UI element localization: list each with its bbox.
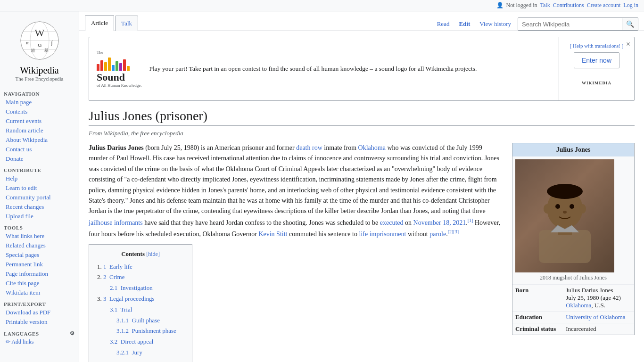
table-row: Born Julius Darius JonesJuly 25, 1980 (a… bbox=[512, 285, 634, 312]
layout: W α Ω ∫ 維 基 Wikipedia The Free Encyclope… bbox=[0, 11, 644, 362]
sidebar-item-learn-to-edit[interactable]: Learn to edit bbox=[0, 183, 79, 193]
sidebar-item-recent-changes[interactable]: Recent changes bbox=[0, 202, 79, 212]
nav-section: Navigation Main page Contents Current ev… bbox=[0, 89, 79, 164]
parole-link[interactable]: parole bbox=[429, 230, 446, 237]
university-link[interactable]: University of Oklahoma bbox=[566, 313, 625, 321]
wikipedia-logo: W α Ω ∫ 維 基 bbox=[19, 20, 60, 61]
toc-sub-legal: 3.1 Trial 3.1.1 Guilt phase 3.1.2 Punish… bbox=[110, 305, 185, 358]
top-bar: 👤 Not logged in Talk Contributions Creat… bbox=[0, 0, 644, 11]
sidebar-item-help[interactable]: Help bbox=[0, 174, 79, 183]
search-input[interactable] bbox=[518, 19, 622, 30]
sidebar-item-add-links[interactable]: ✏ Add links bbox=[0, 337, 79, 346]
contribute-section: Contribute Help Learn to edit Community … bbox=[0, 165, 79, 221]
subject-name-bold: Julius Darius Jones bbox=[89, 144, 144, 151]
languages-gear-icon[interactable]: ⚙ bbox=[70, 330, 75, 337]
toc-link-punishment[interactable]: 3.1.2 Punishment phase bbox=[116, 327, 176, 334]
table-of-contents: Contents [hide] 1 Early life 2 Crime 2.1… bbox=[89, 244, 192, 362]
sidebar-item-donate[interactable]: Donate bbox=[0, 154, 79, 164]
sidebar-item-contents[interactable]: Contents bbox=[0, 107, 79, 116]
executed-link[interactable]: executed bbox=[380, 219, 404, 226]
sidebar-item-main-page[interactable]: Main page bbox=[0, 98, 79, 107]
sidebar-item-what-links-here[interactable]: What links here bbox=[0, 231, 79, 241]
log-in-link[interactable]: Log in bbox=[623, 2, 638, 9]
toc-link-early-life[interactable]: 1 Early life bbox=[103, 263, 132, 270]
ref-1[interactable]: [1] bbox=[468, 218, 473, 223]
infobox-value-criminal-status: Incarcerated bbox=[563, 323, 634, 335]
tab-read[interactable]: Read bbox=[434, 18, 453, 30]
article: Julius Jones (prisoner) From Wikipedia, … bbox=[89, 108, 635, 362]
oklahoma-link-2[interactable]: Oklahoma bbox=[358, 144, 386, 151]
languages-section: Languages ⚙ ✏ Add links bbox=[0, 329, 79, 346]
infobox-value-born: Julius Darius JonesJuly 25, 1980 (age 42… bbox=[563, 285, 634, 312]
search-button[interactable]: 🔍 bbox=[622, 18, 638, 30]
toc-hide-button[interactable]: [hide] bbox=[146, 251, 160, 257]
life-imprisonment-link[interactable]: life imprisonment bbox=[359, 230, 406, 237]
infobox: Julius Jones bbox=[512, 143, 635, 335]
toc-link-guilt[interactable]: 3.1.1 Guilt phase bbox=[116, 317, 160, 324]
main-content: The Sound of Al bbox=[79, 31, 644, 362]
sidebar-item-cite-this-page[interactable]: Cite this page bbox=[0, 279, 79, 288]
sidebar-item-page-information[interactable]: Page information bbox=[0, 269, 79, 279]
toc-link-direct-appeal[interactable]: 3.2 Direct appeal bbox=[110, 338, 153, 345]
table-row: Criminal status Incarcerated bbox=[512, 323, 634, 335]
toc-title: Contents [hide] bbox=[96, 249, 185, 259]
tools-title: Tools bbox=[0, 223, 79, 231]
svg-point-17 bbox=[555, 204, 560, 209]
infobox-label-criminal-status: Criminal status bbox=[512, 323, 563, 335]
toc-link-legal[interactable]: 3 Legal proceedings bbox=[103, 295, 155, 302]
ref-2[interactable]: [2] bbox=[448, 229, 454, 234]
sidebar-item-random-article[interactable]: Random article bbox=[0, 126, 79, 135]
sidebar-item-related-changes[interactable]: Related changes bbox=[0, 241, 79, 250]
contribute-title: Contribute bbox=[0, 165, 79, 174]
sidebar-item-printable-version[interactable]: Printable version bbox=[0, 317, 79, 327]
tab-article[interactable]: Article bbox=[85, 15, 114, 31]
infobox-table: Born Julius Darius JonesJuly 25, 1980 (a… bbox=[512, 284, 634, 335]
sidebar-item-contact-us[interactable]: Contact us bbox=[0, 145, 79, 154]
sidebar-item-upload-file[interactable]: Upload file bbox=[0, 212, 79, 221]
sound-subtext: of All Human Knowledge. bbox=[97, 83, 141, 88]
create-account-link[interactable]: Create account bbox=[587, 2, 621, 9]
oklahoma-link[interactable]: Oklahoma bbox=[566, 302, 591, 309]
sidebar-item-special-pages[interactable]: Special pages bbox=[0, 250, 79, 260]
death-row-link[interactable]: death row bbox=[296, 144, 322, 151]
infobox-image: 2018 mugshot of Julius Jones bbox=[512, 156, 634, 284]
sidebar-item-wikidata-item[interactable]: Wikidata item bbox=[0, 288, 79, 297]
talk-link[interactable]: Talk bbox=[540, 2, 550, 9]
toc-link-crime[interactable]: 2 Crime bbox=[103, 273, 125, 280]
enter-now-button[interactable]: Enter now bbox=[574, 52, 619, 68]
contributions-link[interactable]: Contributions bbox=[553, 2, 584, 9]
toc-link-jury[interactable]: 3.2.1 Jury bbox=[116, 349, 142, 356]
tab-bar: Article Talk Read Edit View history 🔍 bbox=[79, 11, 644, 31]
toc-list: 1 Early life 2 Crime 2.1 Investigation 3… bbox=[103, 262, 185, 358]
toc-item-jury: 3.2.1 Jury bbox=[116, 348, 185, 358]
svg-text:W: W bbox=[34, 27, 44, 39]
nov18-link[interactable]: November 18, 2021 bbox=[413, 219, 466, 226]
sidebar-item-download-pdf[interactable]: Download as PDF bbox=[0, 308, 79, 317]
toc-subsub-appeal: 3.2.1 Jury bbox=[116, 348, 185, 358]
sidebar-item-permanent-link[interactable]: Permanent link bbox=[0, 260, 79, 269]
banner-left: The Sound of Al bbox=[89, 37, 559, 100]
jailhouse-informants-link[interactable]: jailhouse informants bbox=[89, 219, 143, 226]
toc-item-legal: 3 Legal proceedings 3.1 Trial 3.1.1 Guil… bbox=[103, 294, 185, 358]
tab-talk[interactable]: Talk bbox=[115, 16, 138, 31]
toc-item-early-life: 1 Early life bbox=[103, 262, 185, 272]
from-wiki: From Wikipedia, the free encyclopedia bbox=[89, 130, 635, 137]
ref-3[interactable]: [3] bbox=[453, 229, 459, 234]
help-translations-link[interactable]: [ Help with translations! ] bbox=[570, 43, 624, 49]
banner-close-button[interactable]: × bbox=[626, 40, 630, 49]
tab-edit[interactable]: Edit bbox=[456, 18, 473, 30]
svg-text:Ω: Ω bbox=[37, 42, 41, 48]
sidebar-item-current-events[interactable]: Current events bbox=[0, 116, 79, 126]
sidebar-item-community-portal[interactable]: Community portal bbox=[0, 193, 79, 202]
toc-subsub-trial: 3.1.1 Guilt phase 3.1.2 Punishment phase bbox=[116, 316, 185, 337]
toc-link-investigation[interactable]: 2.1 Investigation bbox=[110, 284, 153, 291]
toc-link-trial[interactable]: 3.1 Trial bbox=[110, 306, 132, 313]
toc-item-direct-appeal: 3.2 Direct appeal 3.2.1 Jury bbox=[110, 337, 185, 358]
tab-view-history[interactable]: View history bbox=[477, 18, 514, 30]
logo-area: W α Ω ∫ 維 基 Wikipedia The Free Encyclope… bbox=[0, 15, 79, 89]
banner: The Sound of Al bbox=[89, 37, 635, 101]
svg-point-21 bbox=[579, 204, 586, 214]
tools-section: Tools What links here Related changes Sp… bbox=[0, 223, 79, 297]
sidebar-item-about-wikipedia[interactable]: About Wikipedia bbox=[0, 135, 79, 145]
kevin-stitt-link[interactable]: Kevin Stitt bbox=[258, 230, 287, 237]
